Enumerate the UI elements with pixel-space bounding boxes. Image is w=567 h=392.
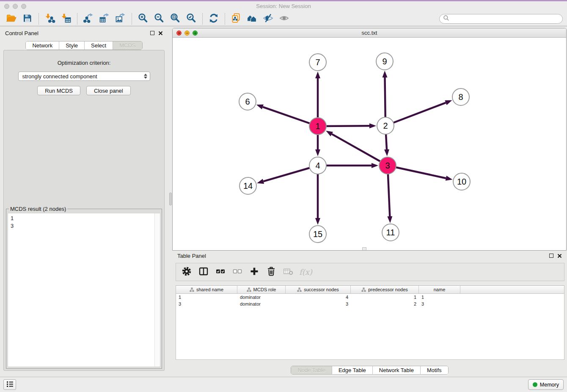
graph-node-11[interactable]: 11 — [382, 224, 399, 241]
graph-node-3[interactable]: 3 — [379, 157, 396, 174]
graph-node-6[interactable]: 6 — [239, 93, 256, 110]
window-title: Session: New Session — [0, 1, 567, 11]
control-tab-mcds[interactable]: MCDS — [113, 41, 142, 50]
graph-node-14[interactable]: 14 — [239, 177, 257, 195]
deselect-all-button[interactable] — [231, 266, 243, 278]
graph-edge-2-8[interactable] — [385, 103, 446, 126]
search-box[interactable] — [439, 14, 563, 24]
column-header-name[interactable]: name — [419, 286, 460, 294]
graph-node-1[interactable]: 1 — [309, 117, 327, 135]
graph-node-7[interactable]: 7 — [309, 53, 327, 71]
graph-edge-3-1[interactable] — [332, 134, 388, 166]
cell-shared-name[interactable]: 1 — [176, 294, 237, 301]
float-panel-icon[interactable] — [150, 31, 154, 35]
table-row[interactable]: 3dominator323 — [176, 301, 564, 307]
show-columns-button[interactable] — [198, 266, 209, 278]
table-tab-node-table[interactable]: Node Table — [291, 366, 332, 374]
graph-node-4[interactable]: 4 — [309, 157, 327, 174]
table-header-row: shared nameMCDS rolesuccessor nodesprede… — [176, 286, 564, 294]
search-input[interactable] — [451, 15, 559, 23]
zoom-in-button[interactable] — [135, 12, 151, 25]
main-content: Control Panel NetworkStyleSelectMCDS Opt… — [0, 26, 567, 377]
column-header-shared-name[interactable]: shared name — [176, 286, 237, 294]
hide-selected-button[interactable] — [260, 12, 276, 25]
graph-node-8[interactable]: 8 — [452, 88, 470, 106]
memory-button[interactable]: Memory — [528, 379, 564, 390]
close-panel-icon[interactable] — [158, 31, 163, 36]
table-row[interactable]: 1dominator411 — [176, 294, 564, 301]
mcds-result-line: 3 — [11, 222, 157, 230]
graph-edge-3-10[interactable] — [388, 166, 446, 178]
mcds-result-textarea[interactable]: 13 — [8, 213, 160, 367]
select-all-button[interactable] — [215, 266, 226, 278]
close-panel-button[interactable]: Close panel — [86, 86, 131, 95]
cell-name[interactable]: 1 — [419, 294, 460, 301]
graph-node-15[interactable]: 15 — [309, 225, 327, 243]
result-scrollbar[interactable] — [154, 213, 160, 367]
application-window: Session: New Session Control — [0, 0, 567, 392]
graph-node-label: 2 — [383, 121, 388, 131]
table-tab-network-table[interactable]: Network Table — [373, 366, 421, 374]
table-options-button[interactable] — [181, 266, 192, 278]
apply-layout-button[interactable] — [206, 12, 222, 25]
minimize-network-button[interactable] — [184, 30, 190, 36]
column-header-filler — [460, 286, 564, 294]
table-tab-motifs[interactable]: Motifs — [421, 366, 448, 374]
show-all-networks-button[interactable] — [244, 12, 260, 25]
network-window-titlebar[interactable]: scc.txt — [173, 28, 566, 38]
cell-predecessor-nodes[interactable]: 2 — [351, 301, 419, 307]
control-tab-style[interactable]: Style — [59, 41, 85, 50]
close-network-button[interactable] — [176, 30, 182, 36]
cell-name[interactable]: 3 — [419, 301, 460, 307]
cell-predecessor-nodes[interactable]: 1 — [351, 294, 419, 301]
table-tab-edge-table[interactable]: Edge Table — [332, 366, 373, 374]
zoom-selected-button[interactable] — [183, 12, 199, 25]
delete-column-button[interactable] — [265, 266, 277, 278]
export-table-button[interactable] — [96, 12, 113, 25]
canvas-splitter-handle[interactable] — [362, 247, 366, 250]
show-hidden-button[interactable] — [276, 12, 292, 25]
cell-mcds-role[interactable]: dominator — [237, 301, 286, 307]
control-panel-title: Control Panel — [5, 30, 150, 36]
network-canvas[interactable]: 7968124314101511 — [173, 38, 566, 250]
network-window-controls — [176, 30, 198, 36]
table-toolbar: f(x) — [176, 263, 564, 281]
open-session-button[interactable] — [3, 12, 19, 25]
graph-node-9[interactable]: 9 — [376, 52, 394, 70]
mcds-panel: Optimization criterion: strongly connect… — [3, 50, 165, 371]
duplicate-network-button[interactable] — [228, 12, 244, 25]
graph-node-2[interactable]: 2 — [377, 117, 394, 135]
close-table-panel-icon[interactable] — [557, 254, 562, 258]
panel-splitter[interactable] — [168, 26, 172, 377]
cell-successor-nodes[interactable]: 4 — [286, 294, 351, 301]
list-icon — [6, 380, 14, 389]
graph-node-10[interactable]: 10 — [453, 173, 471, 190]
import-network-button[interactable] — [42, 12, 58, 25]
export-network-button[interactable] — [80, 12, 96, 25]
task-history-button[interactable] — [3, 379, 16, 390]
save-session-button[interactable] — [19, 12, 36, 25]
column-header-successor-nodes[interactable]: successor nodes — [286, 286, 351, 294]
add-column-button[interactable] — [248, 266, 260, 278]
titlebar: Session: New Session — [0, 1, 567, 11]
export-image-button[interactable] — [113, 12, 129, 25]
function-builder-icon: f(x) — [299, 268, 312, 276]
run-mcds-button[interactable]: Run MCDS — [37, 86, 80, 95]
control-tab-network[interactable]: Network — [26, 41, 59, 50]
control-tab-select[interactable]: Select — [85, 41, 113, 50]
optimization-criterion-select[interactable]: strongly connected component — [18, 72, 150, 81]
cell-mcds-role[interactable]: dominator — [237, 294, 286, 301]
cell-successor-nodes[interactable]: 3 — [286, 301, 351, 307]
import-table-button[interactable] — [58, 12, 74, 25]
zoom-out-button[interactable] — [151, 12, 167, 25]
zoom-fit-button[interactable] — [167, 12, 183, 25]
maximize-network-button[interactable] — [193, 30, 198, 36]
column-header-mcds-role[interactable]: MCDS role — [237, 286, 286, 294]
float-table-panel-icon[interactable] — [549, 254, 553, 258]
cell-shared-name[interactable]: 3 — [176, 301, 237, 307]
import-table-icon — [61, 13, 72, 25]
delete-table-button[interactable] — [282, 266, 294, 278]
control-panel: Control Panel NetworkStyleSelectMCDS Opt… — [0, 28, 168, 374]
column-header-predecessor-nodes[interactable]: predecessor nodes — [351, 286, 419, 294]
houses-icon — [247, 13, 258, 25]
